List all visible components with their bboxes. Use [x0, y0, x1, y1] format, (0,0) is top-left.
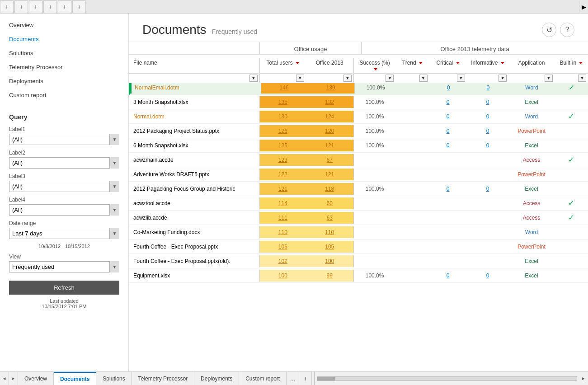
bottom-tab-ellipsis[interactable]: ...: [287, 372, 299, 385]
table-row[interactable]: Co-Marketing Funding.docx 110 110 Word: [129, 225, 588, 239]
tab-add-5[interactable]: +: [58, 0, 71, 13]
informative-value[interactable]: 0: [486, 272, 489, 279]
table-row[interactable]: acwztool.accde 114 60 Access ✓: [129, 196, 588, 211]
total-value[interactable]: 121: [278, 186, 287, 192]
total-value[interactable]: 146: [280, 85, 289, 91]
table-row[interactable]: 2012 Packaging Project Status.pptx 126 1…: [129, 124, 588, 138]
help-icon-button[interactable]: ?: [560, 23, 574, 37]
total-value[interactable]: 100: [278, 272, 287, 279]
sidebar-item-telemetry[interactable]: Telemetry Processor: [0, 60, 128, 74]
total-value[interactable]: 114: [278, 200, 287, 207]
office2013-value[interactable]: 120: [325, 128, 334, 134]
table-row[interactable]: Adventure Works DRAFT5.pptx 122 121 Powe…: [129, 167, 588, 182]
col-header-trend[interactable]: Trend: [395, 58, 429, 73]
sidebar-item-solutions[interactable]: Solutions: [0, 46, 128, 60]
office2013-value[interactable]: 132: [325, 99, 334, 105]
table-row[interactable]: Fourth Coffee - Exec Proposal.pptx(old).…: [129, 254, 588, 268]
col-header-total[interactable]: Total users: [260, 58, 306, 73]
bottom-tab-scroll-left[interactable]: ◄: [0, 372, 9, 385]
total-value[interactable]: 125: [278, 142, 287, 149]
total-value[interactable]: 111: [278, 215, 287, 221]
tab-add-3[interactable]: +: [29, 0, 42, 13]
total-value[interactable]: 126: [278, 128, 287, 134]
col-header-application[interactable]: Application: [508, 58, 555, 73]
office2013-value[interactable]: 63: [327, 215, 333, 221]
filter-critical-dropdown[interactable]: ▼: [457, 75, 465, 82]
office2013-value[interactable]: 110: [325, 229, 334, 235]
critical-value[interactable]: 0: [447, 128, 450, 134]
office2013-value[interactable]: 124: [325, 113, 334, 120]
total-value[interactable]: 123: [278, 157, 287, 163]
sidebar-item-overview[interactable]: Overview: [0, 18, 128, 32]
file-link[interactable]: NormalEmail.dotm: [135, 85, 179, 91]
sidebar-item-deployments[interactable]: Deployments: [0, 74, 128, 88]
bottom-tab-overview[interactable]: Overview: [18, 372, 54, 385]
tab-add-1[interactable]: +: [0, 0, 14, 13]
table-row[interactable]: Equipment.xlsx 100 99 100.0% 0 0 Excel: [129, 268, 588, 283]
informative-value[interactable]: 0: [487, 85, 490, 91]
table-container[interactable]: Office usage Office 2013 telemetry data …: [129, 42, 588, 371]
scroll-right-btn[interactable]: ►: [579, 372, 588, 385]
office2013-value[interactable]: 99: [327, 272, 333, 279]
critical-value[interactable]: 0: [447, 186, 450, 192]
col-header-filename[interactable]: File name: [129, 58, 260, 73]
table-row[interactable]: 6 Month Snapshot.xlsx 125 121 100.0% 0 0…: [129, 138, 588, 153]
critical-value[interactable]: 0: [447, 99, 450, 105]
informative-value[interactable]: 0: [486, 113, 489, 120]
table-row[interactable]: 3 Month Snapshot.xlsx 135 132 100.0% 0 0…: [129, 95, 588, 109]
bottom-tab-deployments[interactable]: Deployments: [194, 372, 239, 385]
office2013-value[interactable]: 139: [326, 85, 335, 91]
bottom-tab-scroll-right[interactable]: ►: [9, 372, 18, 385]
col-header-critical[interactable]: Critical: [429, 58, 466, 73]
critical-value[interactable]: 0: [447, 113, 450, 120]
label2-select[interactable]: (All): [9, 157, 119, 169]
critical-value[interactable]: 0: [447, 85, 450, 91]
filter-informative-dropdown[interactable]: ▼: [499, 75, 507, 82]
sidebar-item-custom-report[interactable]: Custom report: [0, 88, 128, 102]
office2013-value[interactable]: 67: [327, 157, 333, 163]
office2013-value[interactable]: 121: [325, 142, 334, 149]
file-link[interactable]: Normal.dotm: [133, 113, 165, 120]
filter-total-dropdown[interactable]: ▼: [296, 75, 304, 82]
scrollbar-track[interactable]: [317, 376, 577, 381]
total-value[interactable]: 135: [278, 99, 287, 105]
label1-select[interactable]: (All): [9, 134, 119, 145]
critical-value[interactable]: 0: [447, 142, 450, 149]
view-select[interactable]: Frequently used: [9, 261, 119, 272]
tab-add-2[interactable]: +: [14, 0, 28, 13]
filter-application-dropdown[interactable]: ▼: [545, 75, 553, 82]
label3-select[interactable]: (All): [9, 181, 119, 192]
col-header-success[interactable]: Success (%): [354, 58, 395, 73]
informative-value[interactable]: 0: [486, 128, 489, 134]
refresh-button[interactable]: Refresh: [9, 281, 119, 295]
filter-success-dropdown[interactable]: ▼: [386, 75, 394, 82]
scrollbar-thumb[interactable]: [317, 377, 335, 380]
critical-value[interactable]: 0: [447, 272, 450, 279]
filter-builtin-dropdown[interactable]: ▼: [578, 75, 586, 82]
label4-select[interactable]: (All): [9, 204, 119, 216]
table-row[interactable]: Fourth Coffee - Exec Proposal.pptx 106 1…: [129, 239, 588, 254]
filter-trend-dropdown[interactable]: ▼: [419, 75, 428, 82]
filter-file-dropdown[interactable]: ▼: [249, 75, 258, 82]
office2013-value[interactable]: 100: [325, 258, 334, 264]
informative-value[interactable]: 0: [486, 186, 489, 192]
total-value[interactable]: 130: [278, 113, 287, 120]
top-scroll-right[interactable]: ▶: [579, 0, 588, 13]
bottom-tab-add[interactable]: +: [299, 372, 312, 385]
sidebar-item-documents[interactable]: Documents: [0, 32, 128, 46]
tab-add-4[interactable]: +: [43, 0, 57, 13]
date-range-select[interactable]: Last 7 days: [9, 228, 119, 239]
bottom-scrollbar[interactable]: [315, 372, 579, 385]
office2013-value[interactable]: 105: [325, 244, 334, 250]
informative-value[interactable]: 0: [486, 142, 489, 149]
table-row[interactable]: Normal.dotm 130 124 100.0% 0 0 Word ✓: [129, 109, 588, 124]
col-header-builtin[interactable]: Built-in: [555, 58, 588, 73]
bottom-tab-custom-report[interactable]: Custom report: [239, 372, 287, 385]
total-value[interactable]: 110: [278, 229, 287, 235]
bottom-tab-documents[interactable]: Documents: [54, 372, 96, 385]
informative-value[interactable]: 0: [486, 99, 489, 105]
office2013-value[interactable]: 60: [327, 200, 333, 207]
table-row[interactable]: acwzmain.accde 123 67 Access ✓: [129, 153, 588, 167]
table-row[interactable]: 2012 Pagacking Focus Group and Historic …: [129, 182, 588, 196]
tab-add-6[interactable]: +: [72, 0, 86, 13]
